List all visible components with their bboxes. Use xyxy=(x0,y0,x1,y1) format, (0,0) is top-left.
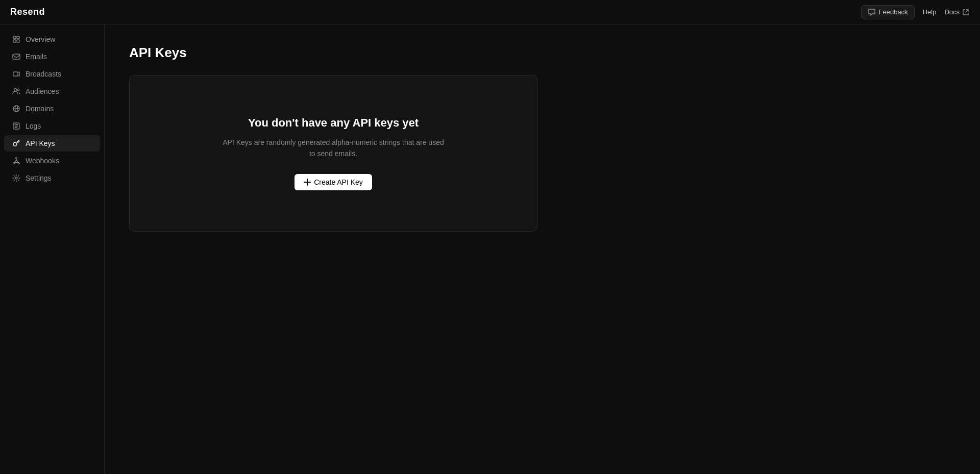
svg-rect-3 xyxy=(17,40,19,42)
empty-state-description: API Keys are randomly generated alpha-nu… xyxy=(221,137,446,160)
svg-rect-0 xyxy=(13,36,16,39)
sidebar-item-label: API Keys xyxy=(26,139,55,147)
webhooks-icon xyxy=(12,157,20,165)
sidebar-item-webhooks[interactable]: Webhooks xyxy=(4,153,100,169)
help-link[interactable]: Help xyxy=(923,8,937,16)
sidebar-item-label: Emails xyxy=(26,53,47,61)
create-api-key-button[interactable]: Create API Key xyxy=(295,174,372,190)
sidebar-item-emails[interactable]: Emails xyxy=(4,48,100,65)
feedback-button[interactable]: Feedback xyxy=(861,5,915,19)
svg-rect-4 xyxy=(13,54,20,59)
svg-point-15 xyxy=(15,177,17,179)
sidebar-item-settings[interactable]: Settings xyxy=(4,170,100,186)
sidebar-item-api-keys[interactable]: API Keys xyxy=(4,135,100,152)
sidebar-item-domains[interactable]: Domains xyxy=(4,101,100,117)
svg-rect-5 xyxy=(13,72,18,76)
main-content: API Keys You don't have any API keys yet… xyxy=(105,24,980,474)
main-layout: Overview Emails Broadcasts xyxy=(0,24,980,474)
audiences-icon xyxy=(12,87,20,95)
overview-icon xyxy=(12,35,20,43)
feedback-icon xyxy=(868,8,876,16)
sidebar-item-label: Settings xyxy=(26,174,52,182)
sidebar-item-logs[interactable]: Logs xyxy=(4,118,100,134)
svg-rect-1 xyxy=(17,36,19,39)
emails-icon xyxy=(12,53,20,61)
domains-icon xyxy=(12,105,20,113)
sidebar-item-broadcasts[interactable]: Broadcasts xyxy=(4,66,100,82)
sidebar-item-label: Domains xyxy=(26,105,54,113)
sidebar-item-label: Broadcasts xyxy=(26,70,61,78)
svg-point-6 xyxy=(14,89,17,91)
page-title: API Keys xyxy=(129,45,955,61)
sidebar-item-overview[interactable]: Overview xyxy=(4,31,100,47)
docs-link[interactable]: Docs xyxy=(944,8,970,16)
sidebar: Overview Emails Broadcasts xyxy=(0,24,105,474)
sidebar-item-label: Logs xyxy=(26,122,41,130)
plus-icon xyxy=(304,179,311,186)
settings-icon xyxy=(12,174,20,182)
sidebar-item-label: Webhooks xyxy=(26,157,59,165)
external-link-icon xyxy=(962,8,970,16)
sidebar-item-label: Audiences xyxy=(26,87,59,95)
svg-point-7 xyxy=(17,89,19,91)
sidebar-item-audiences[interactable]: Audiences xyxy=(4,83,100,99)
svg-point-11 xyxy=(13,142,17,146)
api-keys-icon xyxy=(12,139,20,147)
logo: Resend xyxy=(10,7,45,17)
broadcasts-icon xyxy=(12,70,20,78)
logs-icon xyxy=(12,122,20,130)
header-actions: Feedback Help Docs xyxy=(861,5,970,19)
sidebar-item-label: Overview xyxy=(26,35,55,43)
svg-rect-2 xyxy=(13,40,16,42)
empty-state-title: You don't have any API keys yet xyxy=(248,116,419,130)
empty-state-card: You don't have any API keys yet API Keys… xyxy=(129,75,537,232)
header: Resend Feedback Help Docs xyxy=(0,0,980,24)
